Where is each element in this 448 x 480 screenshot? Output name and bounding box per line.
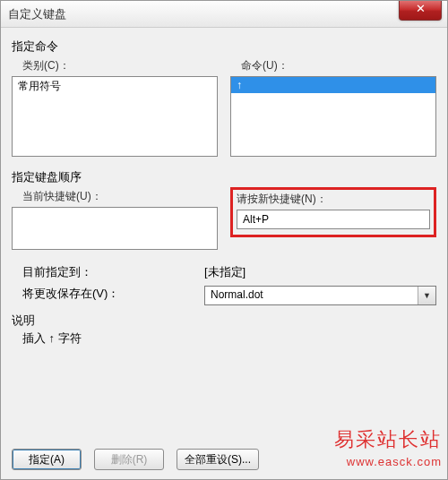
chevron-down-icon[interactable]: ▼ [418,287,435,304]
reset-all-button[interactable]: 全部重设(S)... [177,449,259,470]
titlebar: 自定义键盘 ✕ [1,1,447,28]
button-row: 指定(A) 删除(R) 全部重设(S)... [12,449,259,470]
watermark-text: 易采站长站 [334,426,442,453]
label-current-keys: 当前快捷键(U)： [22,189,218,204]
watermark: 易采站长站 www.easck.com [334,426,442,468]
dialog-title: 自定义键盘 [8,6,66,22]
highlight-box: 请按新快捷键(N)： [230,187,436,237]
close-button[interactable]: ✕ [399,1,442,21]
section-specify-command: 指定命令 [12,39,436,55]
label-new-key: 请按新快捷键(N)： [237,192,430,207]
current-keys-listbox[interactable] [12,207,218,250]
section-description: 说明 [12,313,436,329]
value-assigned-to: [未指定] [204,264,436,280]
watermark-url: www.easck.com [334,455,442,468]
category-listbox[interactable]: 常用符号 [12,76,218,157]
save-in-select[interactable]: Normal.dot [204,286,436,305]
label-assigned-to: 目前指定到： [12,264,204,280]
customize-keyboard-dialog: 自定义键盘 ✕ 指定命令 类别(C)： 常用符号 命令(U)： ↑ 指定键盘顺序… [0,0,448,480]
new-shortcut-input[interactable] [237,210,430,229]
label-command: 命令(U)： [241,58,436,73]
section-key-sequence: 指定键盘顺序 [12,169,436,185]
label-save-in: 将更改保存在(V)： [12,286,204,305]
command-listbox[interactable]: ↑ [230,76,436,157]
remove-button[interactable]: 删除(R) [94,449,164,470]
dialog-content: 指定命令 类别(C)： 常用符号 命令(U)： ↑ 指定键盘顺序 当前快捷键(U… [1,28,447,354]
label-category: 类别(C)： [22,58,218,73]
description-text: 插入 ↑ 字符 [12,330,436,347]
list-item[interactable]: ↑ [231,77,435,93]
list-item[interactable]: 常用符号 [13,77,217,96]
assign-button[interactable]: 指定(A) [12,449,82,470]
